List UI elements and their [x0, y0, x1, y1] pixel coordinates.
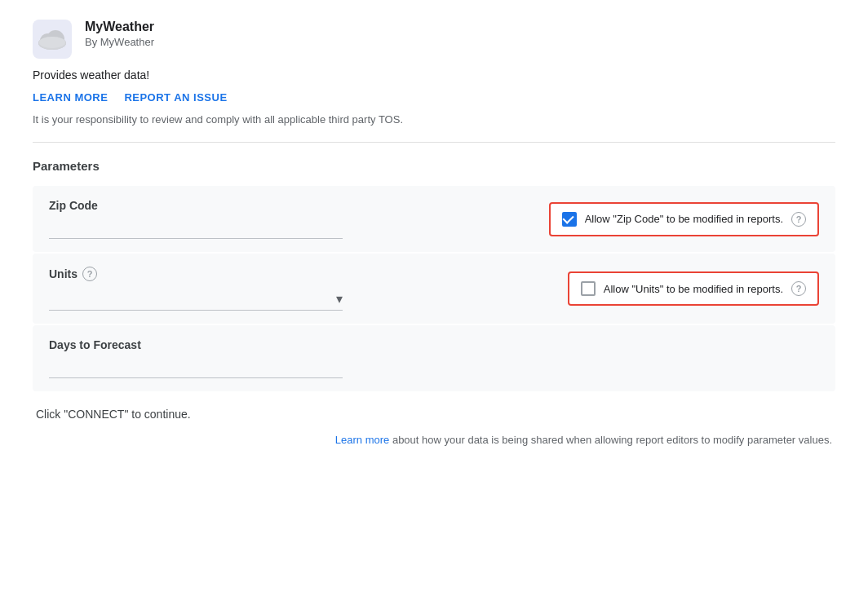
days-to-forecast-left: Days to Forecast	[49, 338, 441, 378]
units-select[interactable]: Imperial Metric	[49, 293, 336, 306]
units-checkbox[interactable]	[581, 281, 596, 296]
units-chevron-icon: ▾	[336, 291, 343, 307]
zip-code-help-icon[interactable]: ?	[791, 212, 806, 227]
zip-code-label: Zip Code	[49, 199, 441, 212]
zip-code-input[interactable]	[49, 218, 343, 239]
units-label: Units ?	[49, 267, 441, 281]
units-left: Units ? Imperial Metric ▾	[49, 267, 441, 311]
cloud-icon	[37, 29, 68, 50]
units-label-help-icon[interactable]: ?	[82, 267, 97, 281]
units-help-icon[interactable]: ?	[791, 281, 806, 296]
footer-description: about how your data is being shared when…	[392, 434, 832, 446]
zip-code-allow-text: Allow "Zip Code" to be modified in repor…	[585, 213, 783, 225]
app-title-block: MyWeather By MyWeather	[85, 20, 154, 48]
zip-code-allow-box: Allow "Zip Code" to be modified in repor…	[549, 202, 819, 236]
zip-code-right: Allow "Zip Code" to be modified in repor…	[441, 202, 819, 236]
click-connect-text: Click "CONNECT" to continue.	[36, 408, 832, 421]
parameters-title: Parameters	[33, 159, 835, 173]
section-divider	[33, 142, 835, 143]
app-description: Provides weather data!	[33, 68, 835, 82]
app-name: MyWeather	[85, 20, 154, 34]
zip-code-row: Zip Code Allow "Zip Code" to be modified…	[33, 186, 835, 252]
units-allow-text: Allow "Units" to be modified in reports.	[604, 283, 783, 295]
units-right: Allow "Units" to be modified in reports.…	[441, 271, 819, 306]
tos-text: It is your responsibility to review and …	[33, 113, 835, 126]
days-to-forecast-label: Days to Forecast	[49, 338, 441, 351]
learn-more-link[interactable]: LEARN MORE	[33, 91, 108, 104]
app-links: LEARN MORE REPORT AN ISSUE	[33, 91, 835, 104]
units-allow-box: Allow "Units" to be modified in reports.…	[568, 271, 819, 306]
units-row: Units ? Imperial Metric ▾	[33, 254, 835, 324]
days-to-forecast-input[interactable]	[49, 358, 343, 378]
footer-learn-more-link[interactable]: Learn more	[335, 434, 389, 446]
zip-code-left: Zip Code	[49, 199, 441, 239]
units-select-wrapper: Imperial Metric ▾	[49, 288, 343, 311]
app-by: By MyWeather	[85, 36, 154, 48]
zip-code-checkbox[interactable]	[562, 212, 577, 227]
units-checkbox-unchecked	[581, 281, 596, 296]
days-to-forecast-row: Days to Forecast	[33, 325, 835, 391]
bottom-section: Click "CONNECT" to continue. Learn more …	[33, 408, 835, 446]
app-header: MyWeather By MyWeather	[33, 20, 835, 59]
svg-point-4	[39, 37, 65, 48]
app-icon	[33, 20, 72, 59]
footer-text: Learn more about how your data is being …	[36, 434, 832, 446]
zip-code-checkbox-checked	[562, 212, 577, 227]
report-issue-link[interactable]: REPORT AN ISSUE	[124, 91, 227, 104]
parameters-section: Parameters Zip Code Allow "Zip Code" to …	[33, 159, 835, 391]
